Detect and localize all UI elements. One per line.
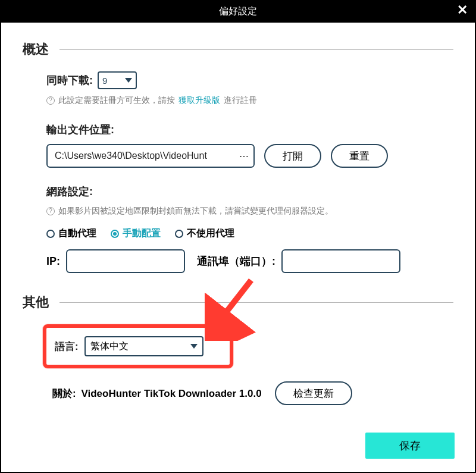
upgrade-link[interactable]: 獲取升級版 xyxy=(178,95,220,106)
window-title: 偏好設定 xyxy=(219,5,257,18)
help-icon: ? xyxy=(46,96,55,105)
proxy-auto-label: 自動代理 xyxy=(58,227,96,240)
proxy-none-label: 不使用代理 xyxy=(187,227,234,240)
about-label: 關於: xyxy=(52,388,76,399)
concurrent-hint: ? 此設定需要註冊方可生效，請按 獲取升級版 進行註冊 xyxy=(46,95,453,106)
titlebar: 偏好設定 ✕ xyxy=(0,0,476,23)
concurrent-value: 9 xyxy=(102,76,107,86)
concurrent-select[interactable]: 9 xyxy=(98,71,137,89)
radio-on-icon xyxy=(111,230,119,238)
ellipsis-icon: ⋯ xyxy=(236,151,249,162)
radio-off-icon xyxy=(46,230,55,238)
port-input[interactable] xyxy=(281,249,400,273)
heading-rule xyxy=(60,49,453,50)
hint-prefix: 此設定需要註冊方可生效，請按 xyxy=(58,95,175,106)
save-button[interactable]: 保存 xyxy=(365,433,455,459)
ip-port-row: IP: 通訊埠（端口）: xyxy=(46,249,453,273)
proxy-manual-radio[interactable]: 手動配置 xyxy=(111,227,161,240)
output-location-label: 輸出文件位置: xyxy=(46,123,453,137)
svg-marker-0 xyxy=(125,78,132,83)
network-settings-label: 網路設定: xyxy=(46,184,453,199)
network-hint-text: 如果影片因被設定地區限制封鎖而無法下載，請嘗試變更代理伺服器設定。 xyxy=(58,206,333,217)
close-icon[interactable]: ✕ xyxy=(457,4,468,17)
chevron-down-icon xyxy=(125,78,132,83)
output-path-input[interactable]: C:\Users\we340\Desktop\VideoHunt ⋯ xyxy=(46,144,255,168)
check-update-button[interactable]: 檢查更新 xyxy=(275,381,352,405)
heading-rule xyxy=(60,302,453,303)
section-other-heading: 其他 xyxy=(23,293,453,311)
network-hint: ? 如果影片因被設定地區限制封鎖而無法下載，請嘗試變更代理伺服器設定。 xyxy=(46,206,453,217)
help-icon: ? xyxy=(46,207,55,215)
proxy-manual-label: 手動配置 xyxy=(123,227,161,240)
language-label: 語言: xyxy=(55,340,79,353)
proxy-none-radio[interactable]: 不使用代理 xyxy=(175,227,234,240)
section-overview-heading: 概述 xyxy=(23,40,453,58)
open-button-label: 打開 xyxy=(283,149,303,163)
language-value: 繁体中文 xyxy=(90,340,129,353)
ip-label: IP: xyxy=(46,255,60,268)
reset-button-label: 重置 xyxy=(349,149,369,163)
proxy-auto-radio[interactable]: 自動代理 xyxy=(46,227,96,240)
concurrent-download-row: 同時下載: 9 xyxy=(46,71,453,89)
save-label: 保存 xyxy=(399,438,421,453)
output-path-row: C:\Users\we340\Desktop\VideoHunt ⋯ 打開 重置 xyxy=(46,144,453,168)
svg-marker-1 xyxy=(190,344,198,349)
overview-heading-text: 概述 xyxy=(23,40,49,58)
open-button[interactable]: 打開 xyxy=(264,144,321,168)
reset-button[interactable]: 重置 xyxy=(331,144,388,168)
dialog-content: 概述 同時下載: 9 ? 此設定需要註冊方可生效，請按 獲取升級版 進行註冊 輸… xyxy=(0,23,476,473)
proxy-radio-row: 自動代理 手動配置 不使用代理 xyxy=(46,227,453,240)
output-path-value: C:\Users\we340\Desktop\VideoHunt xyxy=(55,151,236,161)
hint-suffix: 進行註冊 xyxy=(224,95,257,106)
language-select[interactable]: 繁体中文 xyxy=(84,336,203,356)
about-value: VideoHunter TikTok Downloader 1.0.0 xyxy=(81,388,261,399)
language-row-highlight: 語言: 繁体中文 xyxy=(43,324,233,368)
check-update-label: 檢查更新 xyxy=(293,387,334,400)
ip-input[interactable] xyxy=(66,249,185,273)
other-heading-text: 其他 xyxy=(23,293,49,311)
port-label: 通訊埠（端口）: xyxy=(197,254,275,268)
radio-off-icon xyxy=(175,230,183,238)
about-row: 關於: VideoHunter TikTok Downloader 1.0.0 … xyxy=(52,381,453,405)
concurrent-label: 同時下載: xyxy=(46,73,93,87)
chevron-down-icon xyxy=(190,344,198,349)
